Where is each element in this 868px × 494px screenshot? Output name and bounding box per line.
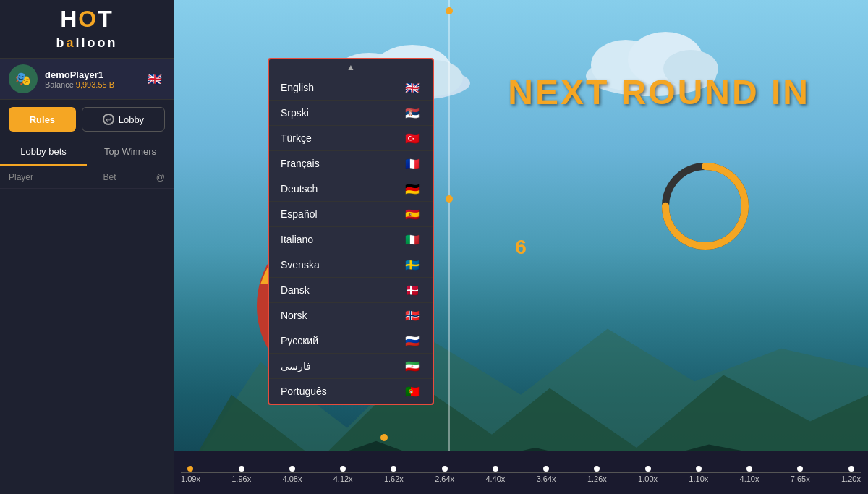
action-buttons: Rules ↩ Lobby [0, 100, 174, 139]
logo-hot: HOT [60, 6, 114, 32]
timeline-dot [493, 466, 498, 472]
lang-flag: 🇮🇹 [404, 234, 421, 245]
language-item[interactable]: Deutsch🇩🇪 [269, 176, 433, 202]
table-body [0, 189, 174, 494]
vertical-line [448, 0, 450, 494]
logo-area: HOT balloon [0, 0, 174, 58]
timeline-dot [391, 466, 396, 472]
lang-flag: 🇪🇸 [404, 208, 421, 220]
timeline-item: 4.12x [333, 466, 353, 483]
timeline-label: 1.20x [841, 474, 861, 483]
lobby-button[interactable]: ↩ Lobby [82, 107, 165, 132]
lang-flag: 🇷🇺 [404, 335, 421, 346]
timeline-item: 1.10x [689, 466, 708, 483]
col-at: @ [143, 172, 165, 182]
timeline-dot [543, 466, 549, 472]
lang-flag: 🇩🇪 [404, 183, 421, 195]
lang-name: Türkçe [281, 132, 312, 144]
lang-name: Русский [281, 335, 318, 346]
timeline-item: 4.10x [740, 466, 760, 483]
sidebar: HOT balloon 🎭 demoPlayer1 Balance 9,993.… [0, 0, 174, 494]
language-item[interactable]: Français🇫🇷 [269, 151, 433, 176]
lang-name: Português [281, 386, 327, 397]
timeline-dot [594, 466, 600, 472]
timeline-label: 4.40x [485, 474, 505, 483]
language-item[interactable]: فارسی🇮🇷 [269, 354, 433, 379]
timeline-item: 1.26x [587, 466, 607, 483]
timeline-dot [696, 466, 702, 472]
timeline-label: 4.12x [333, 474, 353, 483]
language-item[interactable]: Svenska🇸🇪 [269, 252, 433, 278]
language-list: English🇬🇧Srpski🇷🇸Türkçe🇹🇷Français🇫🇷Deuts… [269, 75, 433, 404]
timeline-item: 1.62x [384, 466, 404, 483]
language-item[interactable]: Srpski🇷🇸 [269, 101, 433, 126]
timeline-dot [289, 466, 295, 472]
logo: HOT balloon [56, 7, 117, 51]
timeline-item: 7.65x [791, 466, 810, 483]
avatar: 🎭 [9, 64, 38, 93]
lang-name: Srpski [281, 107, 309, 119]
tab-lobby-bets[interactable]: Lobby bets [0, 139, 87, 166]
table-header: Player Bet @ [0, 166, 174, 189]
language-item[interactable]: Italiano🇮🇹 [269, 227, 433, 252]
lang-name: Français [281, 158, 320, 169]
rules-button[interactable]: Rules [9, 107, 76, 132]
col-player: Player [9, 172, 76, 182]
timeline-dot [797, 466, 803, 472]
language-item[interactable]: Русский🇷🇺 [269, 328, 433, 354]
timeline-item: 1.96x [231, 466, 251, 483]
lang-name: فارسی [281, 360, 311, 372]
lang-name: Dansk [281, 284, 310, 296]
timeline-label: 7.65x [791, 474, 810, 483]
lang-flag: 🇩🇰 [404, 284, 421, 296]
timeline-bar: 1.09x 1.96x 4.08x 4.12x 1.62x 2.64x 4.40… [174, 451, 868, 494]
timeline-label: 1.26x [587, 474, 607, 483]
timeline-dot [442, 466, 448, 472]
timeline-label: 1.62x [384, 474, 404, 483]
timeline-dot [645, 466, 651, 472]
vline-dot-mid [446, 195, 453, 203]
lang-name: Español [281, 208, 318, 220]
timeline-item: 1.09x [181, 466, 200, 483]
lang-flag: 🇷🇸 [404, 107, 421, 119]
lang-flag: 🇬🇧 [404, 82, 421, 93]
scroll-up-indicator[interactable]: ▲ [269, 59, 433, 75]
language-dropdown: ▲ English🇬🇧Srpski🇷🇸Türkçe🇹🇷Français🇫🇷Deu… [268, 58, 434, 405]
language-selector[interactable]: 🇬🇧 [145, 72, 165, 86]
countdown-circle [658, 159, 752, 253]
timeline-item: 1.20x [841, 466, 861, 483]
language-item[interactable]: Türkçe🇹🇷 [269, 126, 433, 151]
language-item[interactable]: Norsk🇳🇴 [269, 303, 433, 328]
timeline-dot [340, 466, 346, 472]
timeline-item: 1.00x [638, 466, 658, 483]
lang-flag: 🇮🇷 [404, 360, 421, 372]
language-item[interactable]: Dansk🇩🇰 [269, 278, 433, 303]
username: demoPlayer1 [45, 69, 140, 80]
balance-label: Balance [45, 80, 74, 89]
timeline-label: 1.10x [689, 474, 708, 483]
col-bet: Bet [76, 172, 143, 182]
timeline-dot [848, 466, 854, 472]
language-item[interactable]: Español🇪🇸 [269, 202, 433, 227]
countdown-number: 6 [515, 236, 527, 259]
lang-name: Deutsch [281, 183, 318, 195]
timeline-track: 1.09x 1.96x 4.08x 4.12x 1.62x 2.64x 4.40… [174, 461, 868, 483]
language-item[interactable]: English🇬🇧 [269, 75, 433, 101]
logo-balloon: balloon [56, 35, 117, 50]
game-area: NEXT ROUND IN 6 ▲ English🇬🇧Srpski🇷🇸Türkç… [174, 0, 868, 494]
lang-name: Norsk [281, 310, 307, 321]
lang-flag: 🇳🇴 [404, 310, 421, 321]
timeline-label: 3.64x [537, 474, 556, 483]
tabs-area: Lobby bets Top Winners [0, 139, 174, 166]
tab-top-winners[interactable]: Top Winners [87, 139, 174, 166]
timeline-item: 3.64x [537, 466, 556, 483]
balance-amount: 9,993.55 B [76, 80, 114, 89]
lang-name: English [281, 82, 314, 93]
vline-dot-top [446, 7, 453, 14]
language-item[interactable]: Português🇵🇹 [269, 379, 433, 404]
timeline-label: 4.10x [740, 474, 760, 483]
lang-flag: 🇸🇪 [404, 259, 421, 271]
user-area: 🎭 demoPlayer1 Balance 9,993.55 B 🇬🇧 [0, 58, 174, 100]
user-balance: Balance 9,993.55 B [45, 80, 140, 89]
lobby-icon: ↩ [103, 114, 114, 125]
